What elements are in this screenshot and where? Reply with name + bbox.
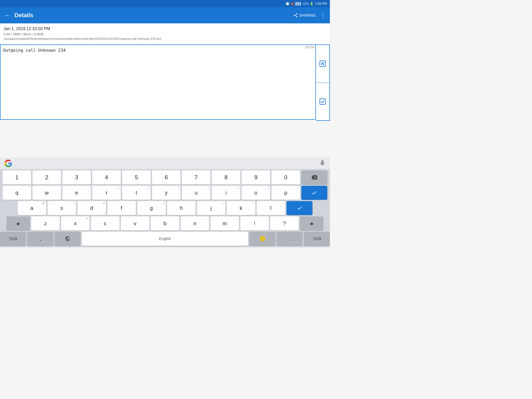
- battery-icon: 🔋: [310, 2, 314, 5]
- confirm-button[interactable]: [316, 83, 329, 121]
- key-k[interactable]: (k: [227, 201, 255, 215]
- mic-button[interactable]: [319, 159, 326, 167]
- symbols-key-right[interactable]: ?123: [304, 232, 330, 246]
- shift-right-key[interactable]: [300, 216, 323, 230]
- key-l[interactable]: )l: [257, 201, 285, 215]
- zxcv-row: \z %x *c 'v ,b :n ;m ! ?: [0, 216, 330, 230]
- svg-rect-6: [311, 224, 312, 225]
- key-m[interactable]: ;m: [210, 216, 239, 230]
- app-bar: ← Details SHARING ⋮: [0, 7, 330, 23]
- enter-key[interactable]: [301, 186, 327, 200]
- emoji-key[interactable]: 🙂: [249, 232, 275, 246]
- key-b[interactable]: ,b: [151, 216, 179, 230]
- key-s[interactable]: #s: [48, 201, 76, 215]
- key-d[interactable]: $d: [77, 201, 106, 215]
- globe-key[interactable]: [55, 232, 81, 246]
- key-p[interactable]: )p: [271, 186, 300, 200]
- x-icon: [319, 60, 326, 67]
- key-5[interactable]: 5: [122, 170, 151, 184]
- more-options-button[interactable]: ⋮: [320, 12, 326, 19]
- keyboard: 1 2 3 4 5 6 7 8 9 0 ^q `w |e =r [t ]y <u…: [0, 157, 330, 247]
- key-y[interactable]: ]y: [152, 186, 181, 200]
- keyboard-toolbar: [0, 157, 330, 169]
- asdf-row: @a #s $d -f &g -h +j (k )l: [0, 201, 330, 215]
- svg-rect-5: [17, 224, 19, 225]
- key-6[interactable]: 6: [152, 170, 181, 184]
- key-u[interactable]: <u: [182, 186, 210, 200]
- comma-key[interactable]: ,: [27, 232, 53, 246]
- clock-icon: 🕐: [286, 2, 289, 5]
- key-o[interactable]: (o: [242, 186, 270, 200]
- key-7[interactable]: 7: [182, 170, 210, 184]
- back-button[interactable]: ←: [4, 12, 10, 19]
- time-display: 1:58 PM: [315, 2, 327, 5]
- action-buttons: [316, 44, 330, 121]
- signal-icon: ▌▌▌: [296, 2, 302, 5]
- space-key[interactable]: English: [82, 232, 248, 246]
- qwerty-row: ^q `w |e =r [t ]y <u >i (o )p: [0, 186, 330, 200]
- key-w[interactable]: `w: [32, 186, 61, 200]
- key-2[interactable]: 2: [32, 170, 61, 184]
- bottom-row: ?123 , English 🙂 . ?123: [0, 232, 330, 246]
- content-area: Jan 1, 2019 12:33:50 PM 0:04 / AMR / 8KH…: [0, 23, 330, 44]
- status-icons: 🕐 🔇 ▌▌▌ 41% 🔋: [286, 2, 314, 5]
- key-h[interactable]: -h: [167, 201, 196, 215]
- period-key[interactable]: .: [277, 232, 303, 246]
- google-logo: [4, 159, 12, 168]
- shift-left-key[interactable]: [6, 216, 30, 230]
- key-x[interactable]: %x: [61, 216, 90, 230]
- key-1[interactable]: 1: [3, 170, 31, 184]
- discard-button[interactable]: [316, 45, 329, 83]
- sharing-label: SHARING: [299, 13, 316, 17]
- sharing-button[interactable]: SHARING: [293, 13, 316, 18]
- notes-input[interactable]: Outgoing call Unknown 234: [0, 44, 316, 120]
- key-excl[interactable]: !: [240, 216, 269, 230]
- recording-meta: 0:04 / AMR / 8KHz / 6.8KB: [4, 32, 326, 36]
- key-a[interactable]: @a: [18, 201, 46, 215]
- key-r[interactable]: =r: [92, 186, 121, 200]
- number-row: 1 2 3 4 5 6 7 8 9 0: [0, 170, 330, 184]
- key-0[interactable]: 0: [271, 170, 300, 184]
- key-8[interactable]: 8: [212, 170, 240, 184]
- recording-date: Jan 1, 2019 12:33:50 PM: [4, 26, 326, 31]
- key-4[interactable]: 4: [92, 170, 121, 184]
- key-3[interactable]: 3: [62, 170, 91, 184]
- key-9[interactable]: 9: [242, 170, 270, 184]
- key-v[interactable]: 'v: [121, 216, 149, 230]
- text-area-container: Outgoing call Unknown 234 25/230: [0, 44, 316, 121]
- file-path: /storage/emulated/0/Android/data/com.krd…: [4, 37, 326, 40]
- symbols-key-left[interactable]: ?123: [0, 232, 26, 246]
- edit-section: Outgoing call Unknown 234 25/230: [0, 44, 330, 121]
- page-title: Details: [15, 12, 289, 19]
- key-j[interactable]: +j: [197, 201, 225, 215]
- key-n[interactable]: :n: [181, 216, 209, 230]
- mute-icon: 🔇: [291, 2, 294, 5]
- backspace-key[interactable]: [301, 170, 327, 184]
- status-bar: 🕐 🔇 ▌▌▌ 41% 🔋 1:58 PM: [0, 0, 330, 7]
- key-g[interactable]: &g: [137, 201, 166, 215]
- battery-label: 41%: [303, 2, 309, 5]
- key-e[interactable]: |e: [62, 186, 91, 200]
- key-t[interactable]: [t: [122, 186, 151, 200]
- share-icon: [293, 13, 298, 18]
- key-f[interactable]: -f: [107, 201, 136, 215]
- key-q[interactable]: ^q: [3, 186, 31, 200]
- app-bar-actions: SHARING ⋮: [293, 12, 326, 19]
- key-c[interactable]: *c: [91, 216, 119, 230]
- svg-rect-3: [320, 99, 325, 104]
- enter-key-2[interactable]: [287, 201, 312, 215]
- key-i[interactable]: >i: [212, 186, 240, 200]
- check-icon: [319, 98, 326, 105]
- key-z[interactable]: \z: [31, 216, 60, 230]
- key-question[interactable]: ?: [270, 216, 299, 230]
